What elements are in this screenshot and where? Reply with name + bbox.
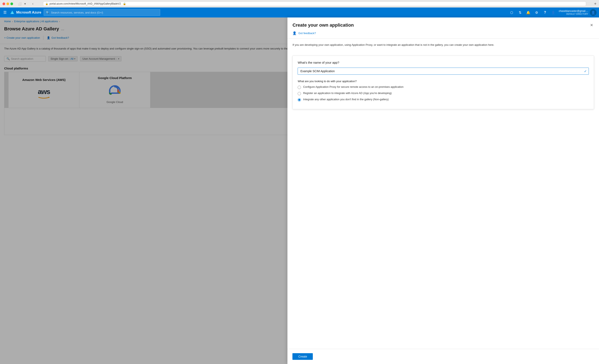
azure-logo: Microsoft Azure xyxy=(10,10,41,15)
mac-min-btn[interactable] xyxy=(7,2,9,5)
help-icon: ? xyxy=(544,10,546,15)
radio-option-integrate[interactable]: Integrate any other application you don'… xyxy=(298,98,589,101)
radio-proxy-label: Configure Application Proxy for secure r… xyxy=(303,85,404,89)
mac-tab-chevron[interactable]: ▾ xyxy=(23,1,27,6)
new-tab-btn[interactable]: + xyxy=(594,1,597,6)
create-app-drawer: Create your own application ✕ 👤 Got feed… xyxy=(287,18,599,364)
cloud-shell-btn[interactable]: ⬡ xyxy=(508,9,515,16)
drawer-description: If you are developing your own applicati… xyxy=(292,43,594,47)
drawer-close-btn[interactable]: ✕ xyxy=(589,22,594,28)
drawer-footer-actions: Create xyxy=(287,349,599,364)
drawer-spacer xyxy=(287,114,599,349)
azure-global-search[interactable]: 🔍 xyxy=(44,9,160,16)
drawer-feedback-icon: 👤 xyxy=(292,31,297,35)
settings-btn[interactable]: ⚙ xyxy=(533,9,540,16)
drawer-feedback-row: 👤 Got feedback? xyxy=(287,28,599,39)
mac-max-btn[interactable] xyxy=(10,2,13,5)
mac-tab-icon: ⬜ xyxy=(17,1,22,6)
dialog-question2: What are you looking to do with your app… xyxy=(298,80,589,83)
radio-register-label: Register an application to integrate wit… xyxy=(303,91,392,95)
drawer-feedback-link[interactable]: Got feedback? xyxy=(298,32,316,35)
azure-logo-icon xyxy=(10,10,15,15)
azure-logo-text: Microsoft Azure xyxy=(16,11,41,14)
secure-icon: 🔒 xyxy=(123,2,126,5)
mac-window-controls xyxy=(2,2,13,5)
transfer-icon: ⇅ xyxy=(519,11,521,15)
help-btn[interactable]: ? xyxy=(541,9,549,16)
azure-search-input[interactable] xyxy=(51,11,158,14)
drawer-header: Create your own application ✕ xyxy=(287,18,599,28)
search-icon: 🔍 xyxy=(46,11,49,14)
azure-user-name: chaseblancaster@gmail.... xyxy=(559,9,588,13)
dialog-input-wrapper: ✓ xyxy=(298,68,589,75)
radio-integrate-label: Integrate any other application you don'… xyxy=(303,98,389,101)
azure-topbar-actions: ⬡ ⇅ 🔔 ⚙ ? 👤 chaseblancaster@gmail.... DE… xyxy=(508,9,597,16)
azure-user-dir: DEFAULT DIRECTORY xyxy=(559,13,588,15)
radio-register[interactable] xyxy=(298,92,301,95)
dialog-question1: What's the name of your app? xyxy=(298,61,589,64)
mac-tab-controls: ⬜ ▾ xyxy=(17,1,27,6)
main-layout: Home › Enterprise applications | All app… xyxy=(0,18,599,364)
create-app-dialog: What's the name of your app? ✓ What are … xyxy=(292,55,594,109)
notifications-btn[interactable]: 🔔 xyxy=(525,9,532,16)
mac-nav: ‹ xyxy=(31,1,35,6)
mac-close-btn[interactable] xyxy=(2,2,5,5)
mac-back-btn[interactable]: ‹ xyxy=(31,1,35,6)
settings-icon: ⚙ xyxy=(535,11,538,15)
mac-address-bar[interactable]: 🔒 portal.azure.com/#view/Microsoft_AAD_I… xyxy=(43,1,586,6)
bell-icon: 🔔 xyxy=(526,11,530,15)
create-app-button[interactable]: Create xyxy=(292,353,313,360)
radio-option-proxy[interactable]: Configure Application Proxy for secure r… xyxy=(298,85,589,89)
azure-avatar: 👤 xyxy=(590,9,597,16)
address-text: portal.azure.com/#view/Microsoft_AAD_IAM… xyxy=(50,2,121,5)
feedback-btn[interactable]: 👤 xyxy=(549,9,557,16)
radio-proxy[interactable] xyxy=(298,86,301,89)
radio-integrate[interactable] xyxy=(298,98,301,101)
cloud-shell-icon: ⬡ xyxy=(510,11,513,15)
hamburger-menu-btn[interactable]: ☰ xyxy=(2,9,8,16)
azure-topbar: ☰ Microsoft Azure 🔍 ⬡ ⇅ 🔔 ⚙ ? 👤 xyxy=(0,8,599,18)
azure-user-profile[interactable]: chaseblancaster@gmail.... DEFAULT DIRECT… xyxy=(559,9,597,16)
transfer-btn[interactable]: ⇅ xyxy=(516,9,524,16)
app-name-input[interactable] xyxy=(298,68,589,75)
mac-titlebar: ⬜ ▾ ‹ 🔒 portal.azure.com/#view/Microsoft… xyxy=(0,0,599,8)
lock-icon: 🔒 xyxy=(45,2,48,5)
feedback-icon: 👤 xyxy=(551,11,555,15)
drawer-title: Create your own application xyxy=(292,22,589,28)
azure-user-text: chaseblancaster@gmail.... DEFAULT DIRECT… xyxy=(559,9,588,16)
input-check-icon: ✓ xyxy=(584,69,587,73)
radio-option-register[interactable]: Register an application to integrate wit… xyxy=(298,91,589,95)
drawer-body: If you are developing your own applicati… xyxy=(287,39,599,55)
